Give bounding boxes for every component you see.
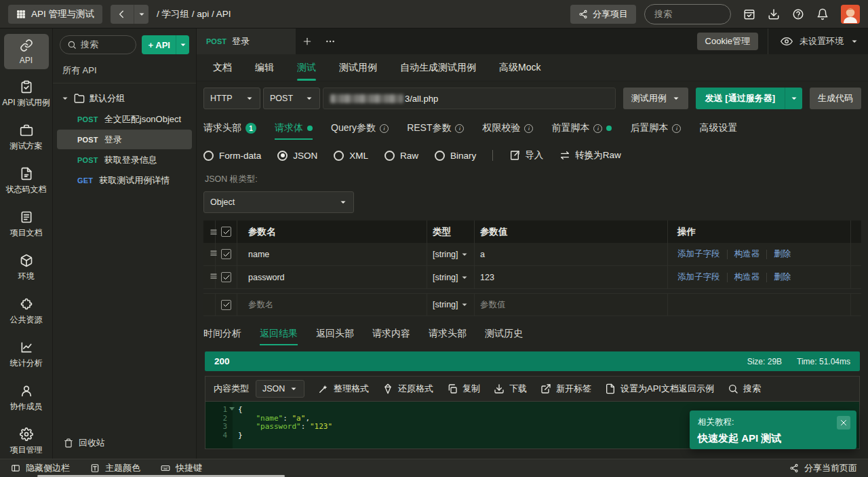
body-type-radio-json[interactable]: JSON (277, 151, 317, 161)
sidebar-item-状态码文档[interactable]: 状态码文档 (4, 162, 49, 199)
page-tab-高级Mock[interactable]: 高级Mock (499, 54, 540, 81)
protocol-select[interactable]: HTTP (203, 88, 260, 109)
param-value-cell[interactable]: 123 (475, 266, 668, 288)
toolbar-button-设置为API文档返回示例[interactable]: 设置为API文档返回示例 (605, 383, 714, 395)
action-link-add-child[interactable]: 添加子字段 (677, 271, 720, 283)
param-name-cell[interactable]: password (237, 266, 427, 288)
calendar-check-button[interactable] (739, 4, 760, 24)
page-tab-自动生成测试用例[interactable]: 自动生成测试用例 (400, 54, 476, 81)
app-menu-button[interactable]: API 管理与测试 (8, 5, 102, 24)
checkbox[interactable] (221, 272, 231, 282)
response-tab-时间分析[interactable]: 时间分析 (203, 328, 241, 345)
checkbox[interactable] (221, 300, 231, 310)
toolbar-button-下载[interactable]: 下载 (494, 383, 527, 395)
sidebar-item-环境[interactable]: 环境 (4, 249, 49, 286)
body-type-radio-raw[interactable]: Raw (384, 151, 418, 161)
sidebar-item-公共资源[interactable]: 公共资源 (4, 292, 49, 330)
add-api-dropdown[interactable] (176, 35, 189, 54)
sidebar-item-统计分析[interactable]: 统计分析 (4, 336, 49, 373)
checkbox[interactable] (221, 249, 231, 259)
share-project-button[interactable]: 分享项目 (570, 5, 636, 24)
sidebar-item-api-测试用例[interactable]: API 测试用例 (4, 75, 49, 113)
response-tab-测试历史[interactable]: 测试历史 (485, 328, 523, 345)
avatar[interactable] (841, 5, 860, 24)
toolbar-button-还原格式[interactable]: 还原格式 (382, 383, 433, 395)
fold-caret-icon[interactable] (229, 407, 235, 411)
sidebar-item-测试方案[interactable]: 测试方案 (4, 119, 49, 156)
request-tab-前置脚本[interactable]: 前置脚本i (551, 122, 612, 140)
all-api-link[interactable]: 所有 API (53, 60, 196, 83)
url-input[interactable]: 3/all.php (323, 88, 616, 109)
toolbar-button-搜索[interactable]: 搜索 (728, 383, 761, 395)
sidebar-item-项目管理[interactable]: 项目管理 (4, 423, 49, 460)
request-tab-后置脚本[interactable]: 后置脚本i (630, 122, 681, 140)
page-tab-测试用例[interactable]: 测试用例 (339, 54, 377, 81)
param-type-select[interactable]: [string] (427, 266, 475, 288)
request-tab-Query参数[interactable]: Query参数i (331, 122, 389, 140)
request-tab-REST参数[interactable]: REST参数i (407, 122, 464, 140)
cookie-manage-button[interactable]: Cookie管理 (697, 33, 758, 50)
response-tab-请求头部[interactable]: 请求头部 (429, 328, 467, 345)
request-tab-权限校验[interactable]: 权限校验i (482, 122, 533, 140)
api-search-input[interactable]: 搜索 (60, 35, 136, 54)
param-value-cell[interactable]: a (475, 243, 668, 265)
method-select[interactable]: POST (263, 88, 320, 109)
share-page-button[interactable]: 分享当前页面 (789, 462, 857, 474)
toast-message[interactable]: 快速发起 API 测试 (698, 432, 848, 445)
api-list-item[interactable]: POST获取登录信息 (57, 150, 192, 170)
generate-code-button[interactable]: 生成代码 (810, 88, 861, 109)
content-type-select[interactable]: JSON (256, 380, 304, 398)
sidebar-item-api[interactable]: API (4, 34, 49, 69)
response-tab-返回结果[interactable]: 返回结果 (260, 328, 298, 345)
param-value-cell[interactable]: 参数值 (475, 294, 668, 316)
request-tab-高级设置[interactable]: 高级设置 (699, 122, 737, 140)
recycle-bin-button[interactable]: 回收站 (53, 429, 196, 459)
page-tab-测试[interactable]: 测试 (297, 54, 316, 81)
new-tab-button[interactable] (296, 28, 319, 54)
help-button[interactable] (788, 4, 808, 24)
bottombar-主题颜色[interactable]: 主题颜色 (90, 462, 140, 474)
response-tab-返回头部[interactable]: 返回头部 (316, 328, 354, 345)
request-tab-请求体[interactable]: 请求体 (275, 122, 313, 140)
api-list-item[interactable]: GET获取测试用例详情 (57, 170, 192, 190)
param-name-cell[interactable]: 参数名 (237, 294, 427, 316)
send-button[interactable]: 发送 [通过服务器] (696, 88, 802, 109)
body-type-radio-binary[interactable]: Binary (435, 151, 476, 161)
sidebar-item-协作成员[interactable]: 协作成员 (4, 379, 49, 417)
breadcrumb[interactable]: / 学习组 / api / API (157, 8, 231, 20)
sidebar-item-项目文档[interactable]: 项目文档 (4, 206, 49, 243)
send-dropdown[interactable] (785, 88, 802, 109)
param-name-cell[interactable]: name (237, 243, 427, 265)
toast-close-button[interactable] (837, 416, 850, 430)
api-list-item[interactable]: POST全文匹配jsonObject (57, 109, 192, 129)
param-type-select[interactable]: [string] (427, 294, 475, 316)
test-case-button[interactable]: 测试用例 (623, 88, 688, 109)
body-type-radio-form-data[interactable]: Form-data (203, 151, 261, 161)
bottombar-隐藏侧边栏[interactable]: 隐藏侧边栏 (11, 462, 70, 474)
bell-button[interactable] (812, 4, 833, 24)
environment-selector[interactable]: 未设置环境 (768, 28, 868, 54)
api-list-item[interactable]: POST登录 (57, 130, 192, 149)
page-tab-文档[interactable]: 文档 (213, 54, 232, 81)
checkbox[interactable] (221, 227, 231, 237)
back-button[interactable] (111, 5, 134, 24)
action-link-add-child[interactable]: 添加子字段 (677, 248, 720, 260)
action-link-delete[interactable]: 删除 (774, 248, 791, 260)
action-link-builder[interactable]: 构造器 (734, 248, 760, 260)
toolbar-button-复制[interactable]: 复制 (447, 383, 480, 395)
request-tab-请求头部[interactable]: 请求头部1 (203, 122, 256, 140)
open-api-tab[interactable]: POST 登录 (197, 28, 296, 54)
bottombar-快捷键[interactable]: 快捷键 (161, 462, 202, 474)
action-link-delete[interactable]: 删除 (774, 271, 791, 283)
back-history-dropdown[interactable] (134, 5, 149, 24)
page-tab-编辑[interactable]: 编辑 (255, 54, 274, 81)
param-type-select[interactable]: [string] (427, 243, 475, 265)
tab-more-button[interactable] (319, 28, 342, 54)
import-button[interactable]: 导入 (509, 149, 543, 161)
action-link-builder[interactable]: 构造器 (734, 271, 760, 283)
convert-to-raw-button[interactable]: 转换为Raw (559, 149, 621, 161)
download-button[interactable] (764, 4, 784, 24)
api-group-row[interactable]: 默认分组 (53, 88, 196, 109)
body-type-radio-xml[interactable]: XML (334, 151, 368, 161)
json-root-type-select[interactable]: Object (203, 191, 354, 213)
